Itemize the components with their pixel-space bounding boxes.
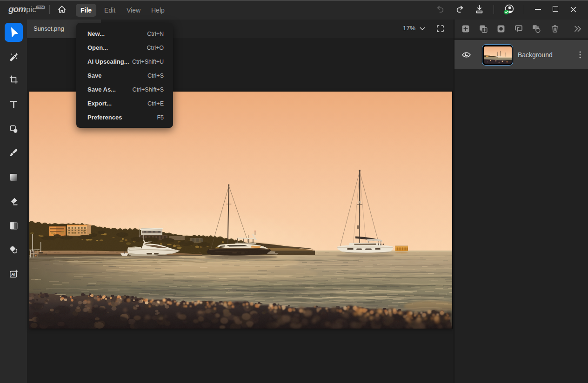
svg-text:AI: AI — [11, 272, 15, 277]
